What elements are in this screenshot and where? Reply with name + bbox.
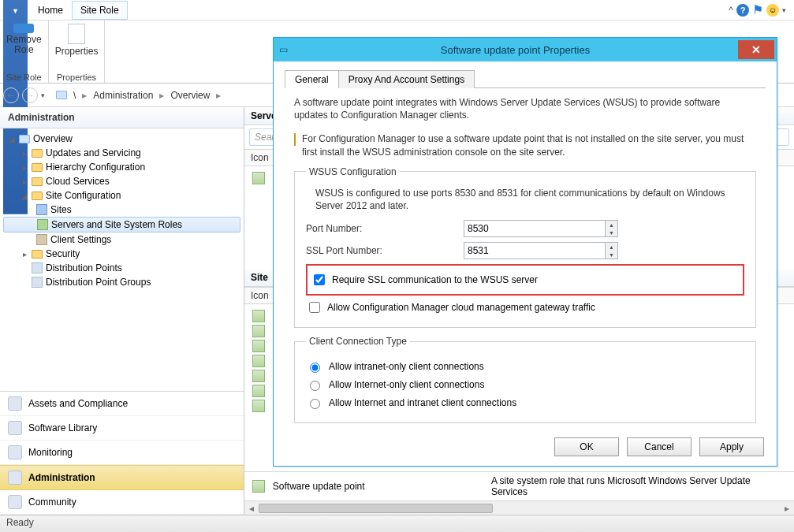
- remove-role-label: Remove Role: [6, 35, 42, 55]
- tab-proxy[interactable]: Proxy And Account Settings: [338, 70, 475, 88]
- breadcrumb-root-icon[interactable]: [56, 91, 67, 99]
- tree-label: Servers and Site System Roles: [51, 219, 182, 230]
- breadcrumb-overview[interactable]: Overview: [167, 88, 213, 102]
- hscrollbar[interactable]: ◂ ▸: [244, 500, 794, 515]
- tree-hierarchy[interactable]: ▸Hierarchy Configuration: [0, 160, 244, 174]
- ok-button[interactable]: OK: [554, 437, 619, 456]
- role-row-icon[interactable]: [252, 370, 265, 382]
- monitoring-icon: [8, 445, 22, 459]
- breadcrumb-admin[interactable]: Administration: [90, 88, 156, 102]
- tree-distpoints[interactable]: Distribution Points: [0, 261, 244, 275]
- allow-cmg-label: Allow Configuration Manager cloud manage…: [327, 302, 595, 313]
- nav-admin[interactable]: Administration: [0, 465, 244, 490]
- library-icon: [8, 421, 22, 435]
- role-row-icon[interactable]: [252, 325, 265, 337]
- port-spinner[interactable]: ▲▼: [606, 220, 618, 237]
- nav-community[interactable]: Community: [0, 490, 244, 515]
- require-ssl-checkbox[interactable]: [314, 274, 325, 285]
- remove-role-button[interactable]: Remove Role: [6, 24, 42, 55]
- nav-monitoring[interactable]: Monitoring: [0, 441, 244, 465]
- tree-cloud[interactable]: ▸Cloud Services: [0, 174, 244, 188]
- dp-icon: [32, 262, 43, 273]
- allow-cmg-checkbox[interactable]: [309, 302, 320, 313]
- role-row-icon[interactable]: [252, 480, 265, 493]
- tree-label: Distribution Point Groups: [46, 277, 151, 288]
- ssl-port-label: SSL Port Number:: [306, 245, 464, 256]
- feedback-dropdown[interactable]: ▾: [782, 6, 786, 14]
- folder-icon: [32, 149, 43, 158]
- close-button[interactable]: ✕: [738, 40, 774, 59]
- apply-button[interactable]: Apply: [699, 437, 764, 456]
- ssl-port-spinner[interactable]: ▲▼: [606, 242, 618, 259]
- tree-security[interactable]: ▸Security: [0, 247, 244, 261]
- port-input[interactable]: [464, 220, 606, 237]
- status-bar: Ready: [0, 515, 794, 532]
- breadcrumb-root[interactable]: \: [70, 88, 79, 102]
- radio-intranet[interactable]: [310, 363, 320, 373]
- dialog-title: Software update point Properties: [293, 44, 738, 56]
- col-icon[interactable]: Icon: [251, 152, 269, 163]
- nav-back-button[interactable]: ←: [3, 87, 19, 103]
- tree-label: Hierarchy Configuration: [46, 162, 145, 173]
- feedback-icon[interactable]: ☺: [766, 4, 779, 17]
- col-icon[interactable]: Icon: [251, 290, 269, 301]
- role-row-icon[interactable]: [252, 400, 265, 412]
- wsus-fieldset: WSUS Configuration WSUS is configured to…: [294, 166, 756, 328]
- radio-internet[interactable]: [310, 381, 320, 391]
- tree-overview[interactable]: ◢Overview: [0, 132, 244, 146]
- remove-role-icon: [13, 24, 34, 33]
- server-row-icon[interactable]: [252, 172, 265, 184]
- hscroll-thumb[interactable]: [259, 504, 493, 513]
- wsus-text: WSUS is configured to use ports 8530 and…: [315, 187, 744, 212]
- warning-text: For Configuration Manager to use a softw…: [302, 132, 756, 158]
- tree-siteconf[interactable]: ◢Site Configuration: [0, 188, 244, 203]
- folder-icon: [32, 250, 43, 259]
- nav-library[interactable]: Software Library: [0, 416, 244, 441]
- properties-button[interactable]: Properties: [55, 24, 99, 57]
- flag-icon[interactable]: ⚑: [752, 2, 763, 17]
- role-row-icon[interactable]: [252, 310, 265, 322]
- servers-icon: [37, 219, 48, 230]
- nav-label: Software Library: [28, 422, 97, 433]
- tree-label: Site Configuration: [46, 190, 121, 201]
- ssl-port-input[interactable]: [464, 242, 606, 259]
- tree-distgroups[interactable]: Distribution Point Groups: [0, 275, 244, 289]
- tab-general[interactable]: General: [285, 70, 339, 88]
- nav-tree[interactable]: ◢Overview ▸Updates and Servicing ▸Hierar…: [0, 128, 244, 391]
- tree-servers[interactable]: Servers and Site System Roles: [3, 217, 240, 233]
- role-row-icon[interactable]: [252, 340, 265, 352]
- wsus-legend: WSUS Configuration: [306, 166, 400, 177]
- nav-label: Monitoring: [28, 447, 73, 458]
- cct-legend: Client Connection Type: [306, 336, 410, 347]
- role-row-icon[interactable]: [252, 385, 265, 397]
- help-icon[interactable]: ?: [736, 4, 749, 17]
- nav-assets[interactable]: Assets and Compliance: [0, 392, 244, 416]
- tree-label: Overview: [33, 133, 73, 144]
- require-ssl-label: Require SSL communication to the WSUS se…: [332, 274, 538, 285]
- tab-site-role[interactable]: Site Role: [72, 1, 128, 20]
- radio-both[interactable]: [310, 399, 320, 409]
- role-row-icon[interactable]: [252, 355, 265, 367]
- nav-fwd-button[interactable]: →: [22, 87, 38, 103]
- ribbon-group-label-site-role: Site Role: [6, 72, 42, 83]
- dpg-icon: [32, 277, 43, 288]
- tree-client[interactable]: Client Settings: [0, 233, 244, 247]
- warning-icon: [294, 133, 296, 146]
- folder-icon: [32, 192, 43, 200]
- row-role-name[interactable]: Software update point: [273, 481, 483, 492]
- admin-icon: [8, 471, 22, 485]
- cancel-button[interactable]: Cancel: [627, 437, 691, 456]
- client-icon: [36, 234, 47, 245]
- nav-label: Administration: [28, 472, 95, 483]
- folder-icon: [32, 163, 43, 172]
- tab-home[interactable]: Home: [29, 1, 72, 20]
- tree-updates[interactable]: ▸Updates and Servicing: [0, 146, 244, 160]
- nav-dropdown[interactable]: ▾: [41, 91, 45, 99]
- tree-label: Client Settings: [50, 234, 111, 245]
- tree-sites[interactable]: Sites: [0, 203, 244, 217]
- expand-icon[interactable]: ^: [729, 5, 733, 16]
- radio-both-label: Allow Internet and intranet client conne…: [329, 397, 516, 408]
- tree-label: Security: [46, 248, 80, 259]
- nav-label: Community: [28, 497, 76, 508]
- community-icon: [8, 495, 22, 509]
